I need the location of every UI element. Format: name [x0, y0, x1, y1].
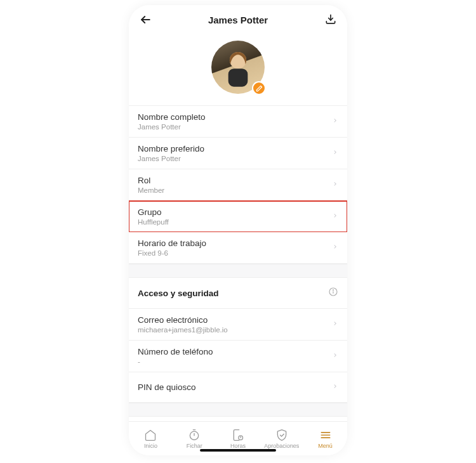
label: Horario de trabajo	[138, 238, 206, 248]
svg-rect-2	[228, 68, 248, 86]
download-icon	[324, 13, 337, 26]
tab-approvals[interactable]: Aprobaciones	[260, 429, 303, 449]
chevron-right-icon	[332, 116, 338, 127]
avatar-wrap[interactable]	[211, 41, 265, 94]
value: James Potter	[138, 155, 204, 162]
arrow-left-icon	[139, 13, 152, 26]
value: Member	[138, 186, 164, 194]
tab-clock[interactable]: Fichar	[173, 429, 216, 449]
label: Rol	[138, 176, 164, 185]
chevron-right-icon	[332, 242, 338, 254]
chevron-right-icon	[332, 211, 338, 223]
row-group[interactable]: Grupo Hufflepuff	[129, 200, 347, 233]
tab-home[interactable]: Inicio	[129, 429, 173, 449]
row-full-name[interactable]: Nombre completo James Potter	[129, 106, 347, 138]
menu-icon	[319, 429, 332, 441]
info-icon[interactable]	[328, 287, 338, 299]
label: Correo electrónico	[138, 315, 228, 325]
chevron-right-icon	[332, 351, 338, 362]
tab-label: Aprobaciones	[264, 443, 299, 449]
value: -	[138, 358, 213, 365]
label: PIN de quiosco	[138, 379, 196, 396]
row-role[interactable]: Rol Member	[129, 169, 347, 201]
svg-point-5	[333, 290, 333, 290]
label: Nombre completo	[138, 112, 206, 122]
document-clock-icon	[232, 429, 244, 441]
pencil-icon	[256, 85, 263, 92]
tab-label: Menú	[318, 443, 333, 449]
stopwatch-icon	[188, 429, 201, 441]
tab-menu[interactable]: Menú	[303, 429, 347, 449]
shield-check-icon	[275, 429, 288, 441]
chevron-right-icon	[332, 319, 338, 330]
section-access-security: Acceso y seguridad	[129, 278, 347, 309]
row-preferred-name[interactable]: Nombre preferido James Potter	[129, 138, 347, 169]
chevron-right-icon	[332, 179, 338, 191]
edit-avatar-button[interactable]	[252, 81, 266, 95]
row-work-schedule[interactable]: Horario de trabajo Fixed 9-6	[129, 232, 347, 264]
back-button[interactable]	[138, 12, 153, 27]
page-title: James Potter	[208, 15, 268, 25]
label: Nombre preferido	[138, 144, 204, 153]
section-title: Acceso y seguridad	[138, 289, 219, 298]
chevron-right-icon	[332, 148, 338, 159]
chevron-right-icon	[332, 382, 338, 393]
label: Número de teléfono	[138, 347, 213, 356]
home-icon	[144, 429, 157, 441]
tab-label: Fichar	[187, 443, 202, 449]
section-gap	[129, 264, 347, 278]
home-indicator	[200, 449, 276, 452]
header: James Potter	[129, 5, 347, 34]
avatar-section	[129, 34, 347, 106]
section-date-time: Fecha y hora	[129, 417, 347, 421]
section-gap	[129, 403, 347, 417]
value: Hufflepuff	[138, 218, 169, 226]
label: Grupo	[138, 207, 169, 217]
content-scroll[interactable]: Nombre completo James Potter Nombre pref…	[129, 34, 347, 421]
tab-hours[interactable]: Horas	[216, 429, 260, 449]
value: James Potter	[138, 123, 206, 131]
tab-label: Horas	[230, 443, 246, 449]
download-button[interactable]	[323, 12, 338, 27]
row-kiosk-pin[interactable]: PIN de quiosco	[129, 372, 347, 403]
value: Fixed 9-6	[138, 249, 206, 257]
phone-frame: James Potter	[129, 5, 347, 455]
tab-label: Inicio	[144, 443, 157, 449]
value: michaera+james1@jibble.io	[138, 326, 228, 334]
row-email[interactable]: Correo electrónico michaera+james1@jibbl…	[129, 309, 347, 341]
row-phone[interactable]: Número de teléfono -	[129, 341, 347, 372]
